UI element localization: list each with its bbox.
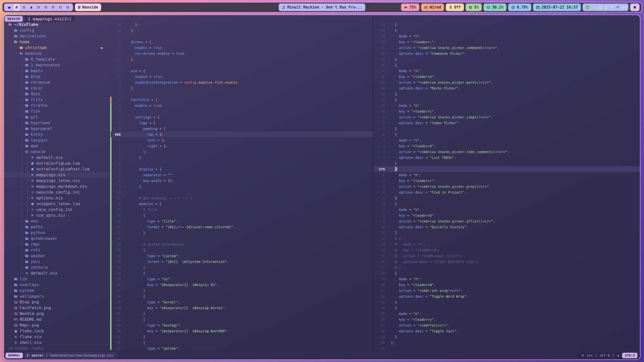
tree-item-1_deprecated[interactable]: │1_deprecated <box>4 62 109 68</box>
code-line[interactable]: 23 } <box>374 299 640 305</box>
pill-memory[interactable]: 30.2% <box>484 4 506 11</box>
code-line[interactable]: 6 fastfetch = { <box>111 97 373 103</box>
code-line[interactable]: 22 key = "<leader>:"; <box>374 39 640 45</box>
workspace-icon-square-3[interactable] <box>22 5 26 10</box>
code-line[interactable]: 8 key.width = 17; <box>111 178 373 184</box>
code-line[interactable]: 2 right = 2; <box>111 143 373 149</box>
code-line[interactable]: 14 # key = "<leader>Q"; <box>374 247 640 253</box>
code-line[interactable]: 7 mode = "n"; <box>374 207 640 212</box>
code-line[interactable]: 16 key = "<leader>m"; <box>374 74 640 79</box>
tree-item-home[interactable]: home <box>4 39 109 45</box>
code-line[interactable]: 9 enableFishIntegration = config.modules… <box>111 79 373 85</box>
code-line[interactable]: 3 action = "<cmd>lua Snacks.picker.grep(… <box>374 184 640 189</box>
workspace-icon-nlogo-2[interactable]: N <box>14 5 19 10</box>
code-line[interactable]: 10 key = "<leader>j"; <box>374 108 640 114</box>
tree-item-config[interactable]: config <box>4 27 109 33</box>
code-line[interactable]: 28 options.desc = "Toggle Yazi"; <box>374 328 640 334</box>
code-line[interactable]: 36 { <box>111 340 373 345</box>
code-line[interactable]: 13 }; <box>111 56 373 62</box>
tree-item-color[interactable]: │color <box>4 85 109 91</box>
code-line[interactable]: 31 } <box>111 311 373 316</box>
code-line[interactable]: 5 } <box>374 195 640 201</box>
code-line[interactable]: 11 # Box Drawing: ╭ ─ ╮ ╰ ╯ │ <box>111 195 373 201</box>
tree-item-kitty[interactable]: │kitty <box>4 131 109 137</box>
code-line[interactable]: 7 <box>111 91 373 97</box>
tree-item-mappings_markdown.nix[interactable]: ││mappings_markdown.nix <box>4 184 109 189</box>
tab-mappings-nix[interactable]: 1 mappings.nix[2+] <box>24 16 75 22</box>
tree-item-fcitx[interactable]: │fcitx <box>4 97 109 103</box>
code-line[interactable]: 21 type = "custom"; <box>111 253 373 259</box>
tree-item-fastfetch.png[interactable]: FastFetch.png <box>4 305 109 311</box>
workspace-icon-square-7[interactable] <box>51 5 55 10</box>
tree-item-extraconfigluapost.lua[interactable]: ││extraConfigLuaPost.lua <box>4 166 109 172</box>
code-line[interactable]: 20 options.desc = "Commands Picker"; <box>374 51 640 56</box>
code-line[interactable]: 8 key = "<leader>Q"; <box>374 212 640 218</box>
code-line[interactable]: 18 { <box>374 270 640 276</box>
tree-item-rmpc[interactable]: │rmpc <box>4 241 109 247</box>
code-line[interactable]: 5 mode = "n"; <box>374 137 640 143</box>
code-line[interactable]: 12 { <box>374 97 640 103</box>
code-line[interactable]: 12 # { <box>374 236 640 241</box>
code-line[interactable]: 37 type = "uptime"; <box>111 345 373 351</box>
code-line[interactable]: 7 separator = ""; <box>111 172 373 178</box>
code-line[interactable]: 25 mode = "n"; <box>374 311 640 316</box>
code-line[interactable]: 2 logo = { <box>111 120 373 126</box>
tree-item-system[interactable]: system <box>4 288 109 293</box>
code-line[interactable]: 10 enable = true; <box>111 74 373 79</box>
pill-network[interactable]: Wired <box>421 4 444 11</box>
media-player-widget[interactable]: Minuit Machine - Don't Run Fro... <box>279 4 365 11</box>
code-line[interactable]: 29 } <box>374 334 640 340</box>
tree-item-mpd[interactable]: │mpd <box>4 143 109 149</box>
code-line[interactable]: 2 options.desc = "List TODOs"; <box>374 155 640 160</box>
tree-item-extraconfiglua.lua[interactable]: ││extraConfigLua.lua <box>4 160 109 166</box>
code-line[interactable]: 30 key = "{#separator}│ {#keys}▤ Kernel"… <box>111 305 373 311</box>
code-line[interactable]: 4 }; <box>111 155 373 160</box>
code-line[interactable]: 1 } <box>374 160 640 166</box>
code-line[interactable]: 11 mode = "n"; <box>374 103 640 108</box>
tree-item-neovim[interactable]: │neovim <box>4 149 109 155</box>
code-line[interactable]: 22 format = "{#1}│ {#}System Information… <box>111 259 373 264</box>
code-line[interactable]: 10 <box>111 189 373 195</box>
tree-item-flake.lock[interactable]: flake.lock <box>4 328 109 334</box>
code-line[interactable]: 18 { <box>374 62 640 68</box>
code-line[interactable]: 4 <box>111 108 373 114</box>
code-line[interactable]: 1 padding = { <box>111 126 373 131</box>
tree-item-mappings.nix[interactable]: ││mappings.nix <box>4 172 109 178</box>
code-line[interactable]: 9 }; <box>111 184 373 189</box>
tree-item-derivations[interactable]: derivations <box>4 33 109 39</box>
code-line[interactable]: 31 <box>374 345 640 351</box>
code-line[interactable]: 29 type = "kernel"; <box>111 299 373 305</box>
tree-item-vale_config.ini[interactable]: ││vale_config.ini <box>4 207 109 212</box>
code-line[interactable]: 19 # System Information <box>111 241 373 247</box>
tree-item-shell.nix[interactable]: shell.nix <box>4 340 109 345</box>
tree-item-qutebrowser[interactable]: │qutebrowser <box>4 236 109 241</box>
code-line[interactable]: 14 options.desc = "Marks Picker"; <box>374 85 640 91</box>
workspace-icon-flame-4[interactable] <box>29 5 33 10</box>
code-line[interactable]: 19 } <box>374 56 640 62</box>
code-line[interactable]: 17 } <box>111 230 373 236</box>
tree-item-neovide_config.ini[interactable]: ││neovide_config.ini <box>4 189 109 195</box>
code-line[interactable]: 17 mode = "n"; <box>374 68 640 74</box>
code-line[interactable]: 27 action = "<cmd>Yazi<cr>"; <box>374 322 640 328</box>
code-line[interactable]: 8 }; <box>111 85 373 91</box>
code-line[interactable]: 5 <box>111 160 373 166</box>
code-line[interactable]: 34 key = "{#separator}│ {#keys}▤ BootMGR… <box>111 328 373 334</box>
code-line[interactable]: 11 eza = { <box>111 68 373 74</box>
tree-item-modules[interactable]: └modules <box>4 51 109 56</box>
editor-pane-right[interactable]: 25 }24 {23 mode = "n";22 key = "<leader>… <box>374 22 640 351</box>
code-line[interactable]: 15 action = "<cmd>lua Snacks.picker.mark… <box>374 79 640 85</box>
code-line[interactable]: 15 # action = "<cmd>cexpr []<cr>"; <box>374 253 640 259</box>
tree-item-nnn[interactable]: │nnn <box>4 218 109 224</box>
tree-item-hyprpanel[interactable]: │hyprpanel <box>4 126 109 131</box>
code-line[interactable]: 3 }; <box>111 149 373 155</box>
code-line[interactable]: 35 } <box>111 334 373 340</box>
code-line[interactable]: 25 } <box>374 22 640 27</box>
code-line[interactable]: 13 } <box>374 91 640 97</box>
code-line[interactable]: 26 key = "{#separator}│ {#keys}□ OS"; <box>111 282 373 288</box>
workspace-icon-square-8[interactable] <box>58 5 63 10</box>
tree-item-snippets_latex.lua[interactable]: ││snippets_latex.lua <box>4 201 109 207</box>
workspace-icon-square-5[interactable] <box>36 5 41 10</box>
pill-clock[interactable]: 2025-07-22 16:37 <box>533 4 581 11</box>
tree-item-wallpapers[interactable]: wallpapers <box>4 293 109 299</box>
tray-icon-check-circle[interactable] <box>586 5 590 9</box>
